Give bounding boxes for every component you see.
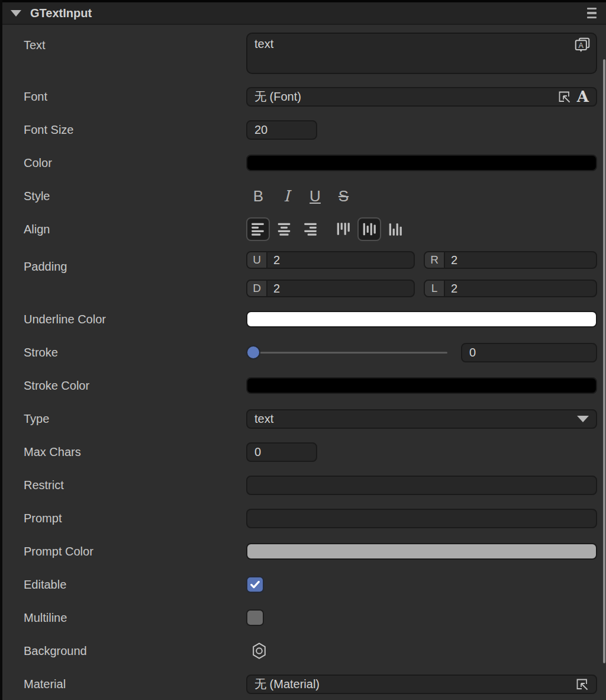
stroke-slider[interactable]	[246, 343, 447, 362]
padding-down-input[interactable]: D 2	[246, 280, 415, 297]
padding-left-prefix: L	[425, 281, 445, 296]
color-swatch[interactable]	[246, 155, 597, 171]
padding-right-input[interactable]: R 2	[424, 251, 597, 269]
padding-left-input[interactable]: L 2	[424, 280, 597, 297]
vertical-scrollbar-thumb[interactable]	[603, 59, 605, 663]
restrict-input[interactable]	[246, 476, 597, 495]
row-align: Align	[0, 213, 606, 246]
row-style: Style B I U S	[0, 179, 606, 213]
bold-button[interactable]: B	[249, 187, 268, 205]
text-value: text	[254, 37, 273, 50]
multiline-checkbox[interactable]	[246, 609, 264, 626]
align-label: Align	[0, 223, 246, 236]
row-type: Type text	[0, 402, 606, 435]
material-object-field[interactable]: 无 (Material)	[246, 675, 597, 694]
padding-right-prefix: R	[425, 252, 445, 268]
align-center-icon	[276, 221, 292, 237]
stroke-color-swatch[interactable]	[246, 377, 597, 394]
material-label: Material	[0, 677, 246, 691]
max-chars-label: Max Chars	[0, 445, 246, 459]
padding-left-value: 2	[445, 281, 596, 296]
strikethrough-button[interactable]: S	[334, 187, 353, 205]
font-object-field[interactable]: 无 (Font) A	[246, 87, 597, 107]
panel-top-edge	[0, 0, 606, 2]
translate-icon[interactable]: A	[573, 37, 591, 54]
padding-up-prefix: U	[247, 252, 267, 268]
valign-top-icon	[336, 221, 351, 237]
font-preview-icon[interactable]: A	[577, 89, 589, 104]
valign-top-button[interactable]	[331, 217, 355, 241]
editable-label: Editable	[0, 578, 246, 592]
row-multiline: Multiline	[0, 601, 606, 634]
row-padding: Padding U 2 R 2 D 2 L 2	[0, 246, 606, 303]
color-label: Color	[0, 156, 246, 170]
valign-bottom-icon	[388, 221, 403, 237]
padding-up-value: 2	[267, 252, 414, 268]
valign-middle-button[interactable]	[357, 217, 381, 241]
row-prompt-color: Prompt Color	[0, 535, 606, 568]
underline-button[interactable]: U	[305, 187, 325, 205]
editable-checkbox[interactable]	[246, 576, 264, 593]
row-prompt: Prompt	[0, 502, 606, 535]
prompt-input[interactable]	[246, 509, 597, 528]
font-size-input[interactable]: 20	[246, 120, 317, 140]
valign-bottom-button[interactable]	[383, 217, 407, 241]
object-picker-icon[interactable]	[557, 89, 571, 104]
multiline-label: Multiline	[0, 611, 246, 625]
prompt-color-swatch[interactable]	[246, 543, 597, 560]
padding-down-prefix: D	[247, 281, 267, 296]
padding-up-input[interactable]: U 2	[246, 251, 415, 269]
svg-text:A: A	[579, 41, 584, 50]
row-font: Font 无 (Font) A	[0, 80, 606, 113]
panel-left-edge	[0, 0, 2, 700]
padding-right-value: 2	[445, 252, 596, 268]
stroke-value: 0	[469, 346, 476, 359]
font-value: 无 (Font)	[254, 89, 301, 105]
dropdown-caret-icon	[577, 416, 589, 422]
checkmark-icon	[249, 579, 261, 590]
type-label: Type	[0, 412, 246, 426]
row-stroke: Stroke 0	[0, 336, 606, 369]
align-left-icon	[250, 221, 266, 237]
padding-down-value: 2	[267, 281, 414, 296]
max-chars-input[interactable]: 0	[246, 442, 317, 462]
row-font-size: Font Size 20	[0, 113, 606, 146]
collapse-triangle-icon[interactable]	[11, 10, 21, 17]
prompt-color-label: Prompt Color	[0, 545, 246, 558]
restrict-label: Restrict	[0, 479, 246, 492]
max-chars-value: 0	[254, 445, 261, 459]
background-hexagon-icon[interactable]	[251, 642, 267, 660]
stroke-label: Stroke	[0, 346, 246, 359]
style-label: Style	[0, 190, 246, 203]
align-center-button[interactable]	[272, 217, 296, 241]
padding-label: Padding	[0, 246, 246, 274]
align-left-button[interactable]	[246, 217, 270, 241]
component-title: GTextInput	[30, 7, 586, 20]
align-right-button[interactable]	[298, 217, 322, 241]
row-stroke-color: Stroke Color	[0, 369, 606, 402]
context-menu-icon[interactable]	[586, 5, 598, 21]
text-label: Text	[0, 25, 246, 52]
stroke-value-input[interactable]: 0	[461, 343, 597, 362]
stroke-slider-thumb[interactable]	[246, 345, 260, 359]
stroke-slider-track[interactable]	[253, 352, 447, 354]
align-right-icon	[302, 221, 318, 237]
row-underline-color: Underline Color	[0, 303, 606, 336]
underline-color-swatch[interactable]	[246, 311, 597, 327]
font-size-label: Font Size	[0, 123, 246, 137]
type-value: text	[254, 412, 273, 426]
valign-middle-icon	[362, 221, 377, 237]
object-picker-icon[interactable]	[575, 677, 589, 691]
type-dropdown[interactable]: text	[246, 409, 597, 429]
component-header[interactable]: GTextInput	[0, 2, 606, 25]
text-input[interactable]: text A	[246, 33, 597, 74]
prompt-label: Prompt	[0, 512, 246, 525]
font-label: Font	[0, 90, 246, 104]
row-max-chars: Max Chars 0	[0, 435, 606, 468]
row-restrict: Restrict	[0, 468, 606, 502]
font-size-value: 20	[254, 123, 267, 137]
material-value: 无 (Material)	[254, 676, 320, 692]
row-color: Color	[0, 146, 606, 179]
inspector-panel: GTextInput Text text A Font	[0, 0, 606, 700]
italic-button[interactable]: I	[277, 187, 296, 205]
